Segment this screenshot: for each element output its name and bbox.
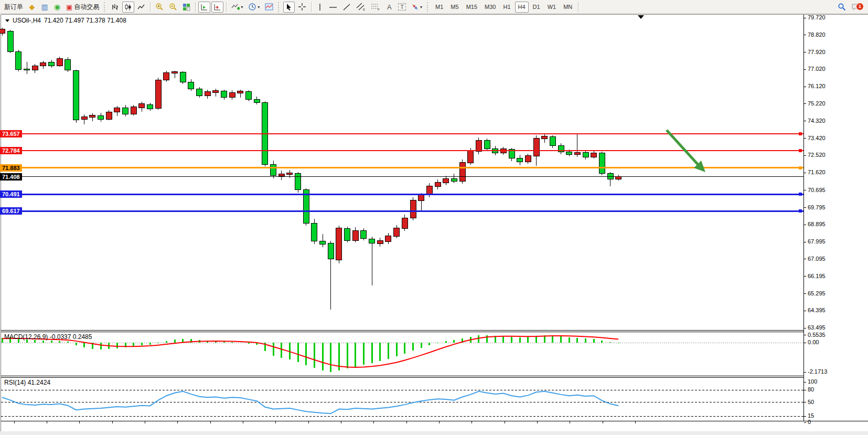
arrows-icon: [411, 3, 419, 11]
toolbar-separator: [226, 2, 227, 12]
templates-button[interactable]: [263, 2, 275, 13]
trendline-button[interactable]: [340, 2, 353, 13]
tab-timeframe-M15[interactable]: M15: [463, 2, 480, 13]
bar-chart-button[interactable]: [109, 2, 121, 13]
tab-timeframe-H1[interactable]: H1: [500, 2, 513, 13]
cursor-icon: [285, 3, 293, 11]
fibonacci-button[interactable]: F: [369, 2, 382, 13]
dropdown-icon: ▾: [420, 5, 422, 9]
auto-scroll-button[interactable]: [198, 2, 210, 13]
price-line-badge: 72.784: [0, 147, 22, 154]
chart-wizard-button[interactable]: ◆: [26, 2, 38, 13]
text-label-icon: T: [398, 3, 406, 10]
text-button[interactable]: A: [383, 2, 395, 13]
chart-canvas[interactable]: [0, 0, 868, 435]
autotrading-label: 自动交易: [74, 3, 99, 12]
collapse-icon[interactable]: [5, 19, 9, 22]
price-axis-tick: 68.895: [808, 221, 826, 227]
toolbar-separator: [150, 2, 151, 12]
rsi-pane-label: RSI(14) 41.2424: [4, 379, 50, 386]
rsi-label: RSI(14): [4, 379, 26, 386]
tab-timeframe-D1[interactable]: D1: [530, 2, 543, 13]
chart-shift-button[interactable]: [211, 2, 223, 13]
toolbar-separator: [311, 2, 312, 12]
price-line-badge: 69.617: [0, 207, 22, 215]
horizontal-line-button[interactable]: [327, 2, 339, 13]
chart-shift-icon: [213, 3, 221, 11]
zoom-in-button[interactable]: [153, 2, 166, 13]
tab-timeframe-M1[interactable]: M1: [432, 2, 446, 13]
macd-axis-tick: -2.1713: [808, 368, 827, 375]
toolbar-grip: [278, 2, 281, 12]
candlestick-chart-button[interactable]: [122, 2, 134, 13]
price-axis-tick: 66.195: [808, 273, 826, 279]
autotrading-icon: ▣: [66, 3, 72, 11]
periods-button[interactable]: ▾: [246, 2, 262, 13]
vertical-line-button[interactable]: [314, 2, 326, 13]
macd-pane-label: MACD(12,26,9) -0.0337 0.2485: [4, 333, 92, 341]
channel-button[interactable]: E: [354, 2, 368, 13]
price-axis-tick: 73.420: [808, 135, 826, 141]
toolbar-separator: [578, 2, 578, 12]
vertical-line-icon: [316, 3, 324, 11]
rsi-axis-tick: 50: [808, 399, 814, 405]
crosshair-button[interactable]: [296, 2, 308, 13]
market-watch-button[interactable]: ▥: [39, 2, 50, 13]
market-watch-icon: ▥: [41, 3, 48, 11]
zoom-out-button[interactable]: [167, 2, 179, 13]
indicators-button[interactable]: ▾: [229, 2, 245, 13]
rsi-axis-tick: 100: [808, 378, 817, 385]
chat-button[interactable]: 1: [849, 2, 862, 13]
macd-axis-tick: 0.00: [808, 339, 819, 345]
price-line-badge: 71.408: [0, 173, 22, 181]
chart-title-bar: USOil-,H4 71.420 71.497 71.378 71.408: [5, 17, 126, 24]
tab-timeframe-M30[interactable]: M30: [481, 2, 499, 13]
tab-timeframe-H4[interactable]: H4: [515, 2, 529, 13]
price-axis-tick: 74.320: [808, 118, 826, 124]
notification-badge: 1: [856, 3, 864, 10]
price-line-badge: 70.491: [0, 190, 22, 198]
signals-icon: ◉: [54, 3, 60, 11]
scroll-position-marker: [638, 15, 644, 19]
signals-button[interactable]: ◉: [51, 2, 63, 13]
text-label-button[interactable]: T: [396, 2, 408, 13]
candlestick-icon: [124, 3, 132, 11]
svg-text:E: E: [363, 8, 365, 11]
trendline-icon: [342, 3, 351, 11]
tab-timeframe-M5[interactable]: M5: [447, 2, 462, 13]
autotrading-button[interactable]: ▣ 自动交易: [64, 2, 101, 13]
zoom-out-icon: [169, 3, 177, 11]
new-order-label: 新订单: [4, 3, 23, 12]
new-order-button[interactable]: 新订单: [2, 2, 25, 13]
zoom-in-icon: [155, 3, 164, 11]
toolbar-separator: [195, 2, 196, 12]
price-axis-tick: 67.995: [808, 238, 826, 245]
toolbar-grip: [427, 2, 430, 12]
cursor-button[interactable]: [283, 2, 295, 13]
rsi-axis-tick: 80: [808, 386, 814, 392]
auto-scroll-icon: [200, 3, 208, 11]
periods-clock-icon: [248, 3, 256, 11]
tile-windows-button[interactable]: [180, 2, 192, 13]
price-axis-tick: 78.820: [808, 31, 826, 38]
status-strip: [0, 431, 868, 435]
tile-windows-icon: [183, 3, 190, 11]
price-axis-tick: 70.695: [808, 187, 826, 193]
arrows-button[interactable]: ▾: [409, 2, 424, 13]
line-chart-button[interactable]: [135, 2, 147, 13]
search-icon: [838, 3, 846, 11]
price-axis-tick: 64.395: [808, 307, 826, 313]
price-axis-tick: 69.795: [808, 204, 826, 210]
rsi-axis-tick: 0: [808, 419, 811, 425]
chart-wizard-icon: ◆: [29, 3, 35, 11]
search-button[interactable]: [835, 2, 848, 13]
tab-timeframe-MN[interactable]: MN: [560, 2, 575, 13]
tab-timeframe-W1[interactable]: W1: [544, 2, 560, 13]
price-axis-tick: 75.220: [808, 100, 826, 107]
price-axis-tick: 77.020: [808, 66, 826, 72]
channel-icon: E: [356, 3, 366, 11]
toolbar-grip: [104, 2, 106, 12]
rsi-value: 41.2424: [28, 379, 50, 386]
indicators-icon: [231, 3, 240, 11]
svg-text:F: F: [378, 8, 380, 11]
